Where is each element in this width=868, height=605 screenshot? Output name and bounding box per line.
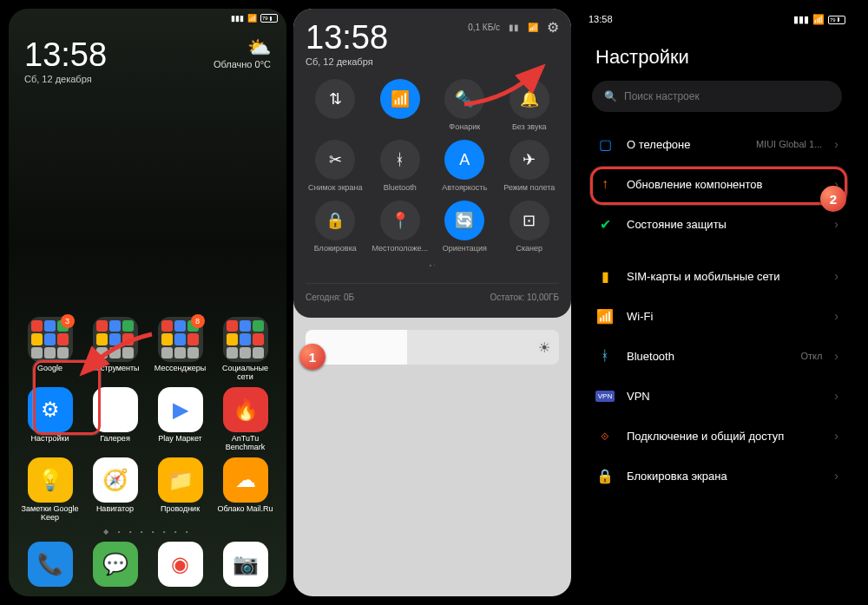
shade-date: Сб, 12 декабря [306, 56, 388, 67]
phone-settings: 13:58 ▮▮▮ 📶 79 Настройки 🔍 Поиск настрое… [578, 9, 856, 596]
camera-icon[interactable]: 📷 [223, 542, 268, 587]
messages-icon[interactable]: 💬 [93, 542, 138, 587]
step-marker-2: 2 [820, 186, 846, 212]
app-Проводник[interactable]: 📁Проводник [149, 457, 212, 523]
phone-icon[interactable]: 📞 [28, 542, 73, 587]
qs-Блокировка[interactable]: 🔒Блокировка [306, 201, 365, 253]
chevron-right-icon: › [834, 269, 838, 283]
search-icon: 🔍 [604, 90, 617, 102]
settings-item-SIM-карты и мобильные сети[interactable]: ▮SIM-карты и мобильные сети› [578, 256, 856, 296]
brightness-slider[interactable]: ☀ [306, 330, 559, 365]
app-Play Маркет[interactable]: ▶Play Маркет [149, 387, 212, 452]
status-bar: 13:58 ▮▮▮ 📶 79 [578, 9, 856, 30]
weather-widget[interactable]: ⛅ Облачно 0°C [214, 36, 271, 69]
signal-icon: ▮▮▮ [231, 14, 244, 23]
folder-Социальные сети[interactable]: Социальные сети [214, 317, 277, 382]
qs-Автояркость[interactable]: AАвтояркость [435, 140, 495, 192]
data-speed: 0,1 КБ/с [468, 23, 500, 32]
wifi-icon: 📶 [247, 14, 257, 23]
battery-indicator: 79 [260, 14, 278, 23]
qs-Режим полета[interactable]: ✈Режим полета [500, 140, 560, 192]
qs-Местоположе...[interactable]: 📍Местоположе... [371, 201, 431, 253]
chevron-right-icon: › [834, 217, 838, 231]
settings-item-Блокировка экрана[interactable]: 🔒Блокировка экрана› [578, 456, 856, 496]
page-dots: • · [306, 261, 559, 269]
signal-icon: ▮▮ [509, 23, 519, 32]
brightness-icon: ☀ [538, 339, 550, 356]
qs-Bluetooth[interactable]: ᚼBluetooth [371, 140, 431, 192]
storage-today: Сегодня: 0Б [306, 293, 354, 302]
chevron-right-icon: › [834, 389, 838, 403]
app-Навигатор[interactable]: 🧭Навигатор [84, 457, 147, 523]
shade-time: 13:58 [306, 19, 388, 56]
settings-item-Wi-Fi[interactable]: 📶Wi-Fi› [578, 296, 856, 336]
qs-Сканер[interactable]: ⊡Сканер [500, 201, 560, 253]
dock: 📞 💬 ◉ 📷 [9, 542, 286, 589]
step-marker-1: 1 [299, 344, 326, 370]
search-input[interactable]: 🔍 Поиск настроек [592, 81, 842, 112]
clock-time: 13:58 [24, 36, 107, 74]
qs-toggle[interactable]: 📶 [371, 79, 431, 131]
chevron-right-icon: › [834, 349, 838, 363]
page-title: Настройки [578, 30, 856, 81]
settings-item-Bluetooth[interactable]: ᚼBluetoothОткл› [578, 336, 856, 376]
page-indicator: ◆ • • • • • • • [17, 528, 278, 536]
wifi-icon: 📶 [812, 14, 825, 25]
app-Заметки Google Keep[interactable]: 💡Заметки Google Keep [19, 457, 82, 523]
settings-item-О телефоне[interactable]: ▢О телефонеMIUI Global 1...› [578, 124, 856, 164]
settings-item-Обновление компонентов[interactable]: ↑Обновление компонентов› [578, 164, 856, 204]
battery-indicator: 79 [828, 16, 845, 24]
qs-Снимок экрана[interactable]: ✂Снимок экрана [306, 140, 365, 192]
settings-item-VPN[interactable]: VPNVPN› [578, 376, 856, 416]
chevron-right-icon: › [834, 429, 838, 443]
settings-gear-icon[interactable]: ⚙ [547, 19, 559, 36]
app-AnTuTu Benchmark[interactable]: 🔥AnTuTu Benchmark [214, 387, 277, 452]
chevron-right-icon: › [834, 469, 838, 483]
signal-icon: ▮▮▮ [793, 14, 809, 25]
app-Галерея[interactable]: Галерея [84, 387, 147, 452]
app-Облако Mail.Ru[interactable]: ☁Облако Mail.Ru [214, 457, 277, 523]
chevron-right-icon: › [834, 309, 838, 323]
settings-item-Состояние защиты[interactable]: ✔Состояние защиты› [578, 204, 856, 244]
status-bar: ▮▮▮ 📶 79 [9, 9, 286, 28]
storage-remain: Остаток: 10,00ГБ [490, 293, 559, 302]
qs-toggle[interactable]: ⇅ [306, 79, 365, 131]
settings-item-Подключение и общий доступ[interactable]: ⟐Подключение и общий доступ› [578, 416, 856, 456]
phone-homescreen: ▮▮▮ 📶 79 13:58 Сб, 12 декабря ⛅ Облачно … [9, 9, 286, 596]
clock-date: Сб, 12 декабря [24, 74, 107, 84]
app-Настройки[interactable]: ⚙Настройки [19, 387, 82, 452]
chevron-right-icon: › [834, 137, 838, 151]
qs-Ориентация[interactable]: 🔄Ориентация [435, 201, 495, 253]
chrome-icon[interactable]: ◉ [158, 542, 203, 587]
wifi-icon: 📶 [528, 23, 538, 32]
